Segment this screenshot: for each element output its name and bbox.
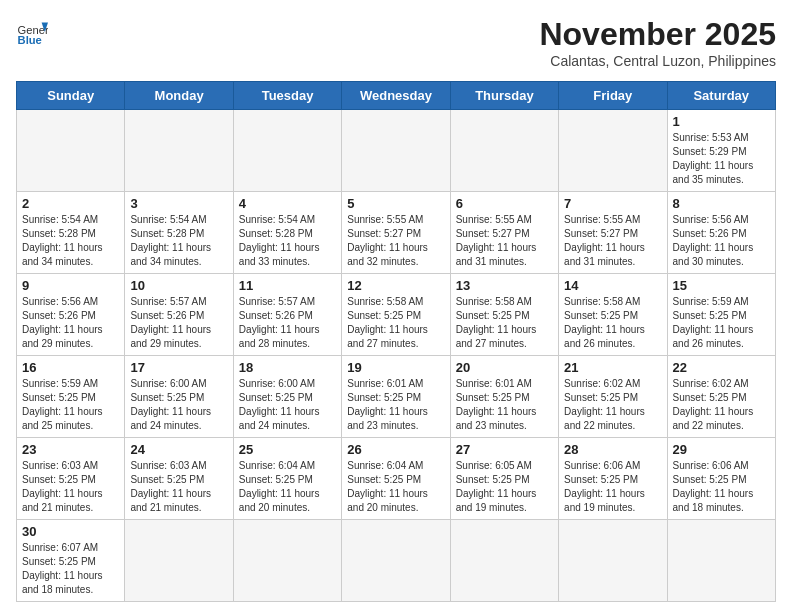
logo-icon: General Blue [16,16,48,48]
calendar-header-row: SundayMondayTuesdayWednesdayThursdayFrid… [17,82,776,110]
day-number: 27 [456,442,553,457]
calendar-cell: 24Sunrise: 6:03 AM Sunset: 5:25 PM Dayli… [125,438,233,520]
calendar-cell: 30Sunrise: 6:07 AM Sunset: 5:25 PM Dayli… [17,520,125,602]
calendar-cell [450,110,558,192]
cell-info: Sunrise: 6:06 AM Sunset: 5:25 PM Dayligh… [564,459,661,515]
calendar-cell: 25Sunrise: 6:04 AM Sunset: 5:25 PM Dayli… [233,438,341,520]
calendar-cell: 27Sunrise: 6:05 AM Sunset: 5:25 PM Dayli… [450,438,558,520]
logo: General Blue [16,16,48,48]
calendar-cell: 26Sunrise: 6:04 AM Sunset: 5:25 PM Dayli… [342,438,450,520]
day-number: 25 [239,442,336,457]
day-header-saturday: Saturday [667,82,775,110]
day-number: 12 [347,278,444,293]
cell-info: Sunrise: 5:53 AM Sunset: 5:29 PM Dayligh… [673,131,770,187]
cell-info: Sunrise: 5:54 AM Sunset: 5:28 PM Dayligh… [22,213,119,269]
calendar-cell: 6Sunrise: 5:55 AM Sunset: 5:27 PM Daylig… [450,192,558,274]
calendar-cell: 18Sunrise: 6:00 AM Sunset: 5:25 PM Dayli… [233,356,341,438]
calendar-cell [559,520,667,602]
cell-info: Sunrise: 6:03 AM Sunset: 5:25 PM Dayligh… [22,459,119,515]
calendar-cell: 17Sunrise: 6:00 AM Sunset: 5:25 PM Dayli… [125,356,233,438]
day-number: 18 [239,360,336,375]
cell-info: Sunrise: 5:56 AM Sunset: 5:26 PM Dayligh… [673,213,770,269]
day-number: 10 [130,278,227,293]
day-header-thursday: Thursday [450,82,558,110]
cell-info: Sunrise: 5:55 AM Sunset: 5:27 PM Dayligh… [456,213,553,269]
day-number: 24 [130,442,227,457]
calendar-cell: 23Sunrise: 6:03 AM Sunset: 5:25 PM Dayli… [17,438,125,520]
day-header-wednesday: Wednesday [342,82,450,110]
cell-info: Sunrise: 6:00 AM Sunset: 5:25 PM Dayligh… [130,377,227,433]
calendar-week-row: 23Sunrise: 6:03 AM Sunset: 5:25 PM Dayli… [17,438,776,520]
calendar-cell: 1Sunrise: 5:53 AM Sunset: 5:29 PM Daylig… [667,110,775,192]
calendar-cell: 15Sunrise: 5:59 AM Sunset: 5:25 PM Dayli… [667,274,775,356]
calendar-table: SundayMondayTuesdayWednesdayThursdayFrid… [16,81,776,602]
calendar-cell [667,520,775,602]
title-block: November 2025 Calantas, Central Luzon, P… [539,16,776,69]
day-number: 22 [673,360,770,375]
location: Calantas, Central Luzon, Philippines [539,53,776,69]
calendar-cell: 16Sunrise: 5:59 AM Sunset: 5:25 PM Dayli… [17,356,125,438]
cell-info: Sunrise: 5:59 AM Sunset: 5:25 PM Dayligh… [22,377,119,433]
cell-info: Sunrise: 6:03 AM Sunset: 5:25 PM Dayligh… [130,459,227,515]
cell-info: Sunrise: 5:54 AM Sunset: 5:28 PM Dayligh… [130,213,227,269]
calendar-week-row: 30Sunrise: 6:07 AM Sunset: 5:25 PM Dayli… [17,520,776,602]
calendar-cell: 20Sunrise: 6:01 AM Sunset: 5:25 PM Dayli… [450,356,558,438]
day-number: 13 [456,278,553,293]
calendar-cell: 11Sunrise: 5:57 AM Sunset: 5:26 PM Dayli… [233,274,341,356]
day-number: 21 [564,360,661,375]
cell-info: Sunrise: 5:55 AM Sunset: 5:27 PM Dayligh… [347,213,444,269]
cell-info: Sunrise: 5:59 AM Sunset: 5:25 PM Dayligh… [673,295,770,351]
calendar-cell: 14Sunrise: 5:58 AM Sunset: 5:25 PM Dayli… [559,274,667,356]
day-number: 26 [347,442,444,457]
calendar-cell [125,520,233,602]
calendar-cell: 12Sunrise: 5:58 AM Sunset: 5:25 PM Dayli… [342,274,450,356]
calendar-cell: 13Sunrise: 5:58 AM Sunset: 5:25 PM Dayli… [450,274,558,356]
calendar-cell: 2Sunrise: 5:54 AM Sunset: 5:28 PM Daylig… [17,192,125,274]
day-number: 7 [564,196,661,211]
cell-info: Sunrise: 5:55 AM Sunset: 5:27 PM Dayligh… [564,213,661,269]
day-number: 9 [22,278,119,293]
day-number: 4 [239,196,336,211]
calendar-cell [17,110,125,192]
day-header-tuesday: Tuesday [233,82,341,110]
day-number: 6 [456,196,553,211]
day-number: 29 [673,442,770,457]
calendar-cell: 21Sunrise: 6:02 AM Sunset: 5:25 PM Dayli… [559,356,667,438]
cell-info: Sunrise: 5:57 AM Sunset: 5:26 PM Dayligh… [130,295,227,351]
day-number: 15 [673,278,770,293]
day-header-friday: Friday [559,82,667,110]
calendar-cell: 9Sunrise: 5:56 AM Sunset: 5:26 PM Daylig… [17,274,125,356]
calendar-cell: 7Sunrise: 5:55 AM Sunset: 5:27 PM Daylig… [559,192,667,274]
calendar-cell: 5Sunrise: 5:55 AM Sunset: 5:27 PM Daylig… [342,192,450,274]
cell-info: Sunrise: 6:05 AM Sunset: 5:25 PM Dayligh… [456,459,553,515]
day-number: 11 [239,278,336,293]
cell-info: Sunrise: 6:07 AM Sunset: 5:25 PM Dayligh… [22,541,119,597]
calendar-cell [342,520,450,602]
calendar-cell [559,110,667,192]
day-number: 28 [564,442,661,457]
cell-info: Sunrise: 6:04 AM Sunset: 5:25 PM Dayligh… [239,459,336,515]
cell-info: Sunrise: 5:58 AM Sunset: 5:25 PM Dayligh… [456,295,553,351]
cell-info: Sunrise: 6:01 AM Sunset: 5:25 PM Dayligh… [347,377,444,433]
calendar-cell [450,520,558,602]
calendar-cell: 28Sunrise: 6:06 AM Sunset: 5:25 PM Dayli… [559,438,667,520]
day-header-sunday: Sunday [17,82,125,110]
day-number: 30 [22,524,119,539]
cell-info: Sunrise: 5:56 AM Sunset: 5:26 PM Dayligh… [22,295,119,351]
day-number: 2 [22,196,119,211]
day-number: 19 [347,360,444,375]
calendar-cell: 4Sunrise: 5:54 AM Sunset: 5:28 PM Daylig… [233,192,341,274]
page-header: General Blue November 2025 Calantas, Cen… [16,16,776,69]
calendar-week-row: 9Sunrise: 5:56 AM Sunset: 5:26 PM Daylig… [17,274,776,356]
day-header-monday: Monday [125,82,233,110]
cell-info: Sunrise: 6:00 AM Sunset: 5:25 PM Dayligh… [239,377,336,433]
day-number: 3 [130,196,227,211]
svg-text:Blue: Blue [18,34,42,46]
calendar-week-row: 1Sunrise: 5:53 AM Sunset: 5:29 PM Daylig… [17,110,776,192]
cell-info: Sunrise: 6:04 AM Sunset: 5:25 PM Dayligh… [347,459,444,515]
calendar-cell [342,110,450,192]
day-number: 5 [347,196,444,211]
cell-info: Sunrise: 5:54 AM Sunset: 5:28 PM Dayligh… [239,213,336,269]
day-number: 14 [564,278,661,293]
calendar-cell: 29Sunrise: 6:06 AM Sunset: 5:25 PM Dayli… [667,438,775,520]
